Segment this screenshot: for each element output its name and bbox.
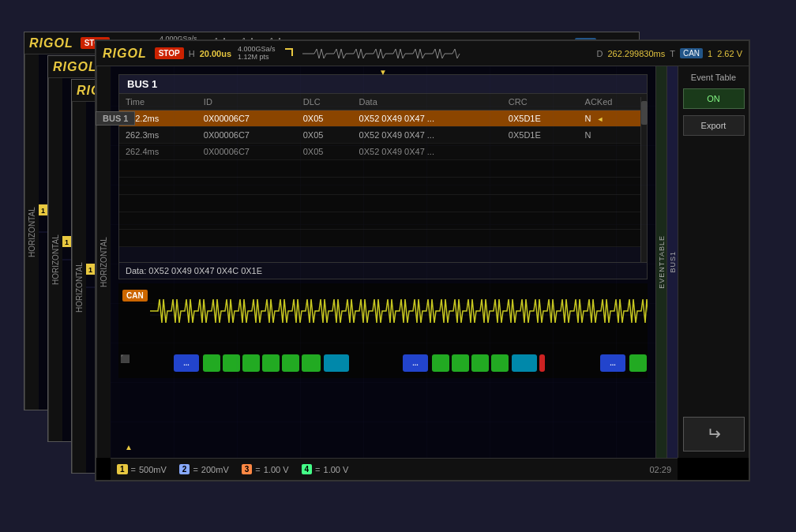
ch4-val: 1.00 V: [324, 465, 349, 474]
decode-block: [512, 354, 537, 372]
decode-block: ...: [600, 354, 625, 372]
win1-logo: RIGOL: [29, 36, 73, 51]
enter-button[interactable]: ↵: [683, 417, 745, 451]
bus1-title: BUS 1: [119, 75, 647, 94]
row1-acked: N ◄: [579, 111, 647, 127]
waveform-svg: [150, 283, 648, 347]
window-4-main: RIGOL STOP H 20.00us 4.000GSa/s 1.12M pt…: [95, 39, 750, 481]
decode-block: [539, 354, 545, 372]
ch2-val: 200mV: [201, 465, 229, 474]
decode-block: [491, 354, 509, 372]
right-side: EVENTTABLE BUS1 Event Table ON Export ↵: [655, 66, 749, 458]
row2-acked: N: [579, 127, 647, 144]
trigger-waveform: [302, 45, 460, 62]
row3-id: 0X00006C7: [197, 144, 297, 160]
win4-logo: RIGOL: [103, 47, 147, 61]
win4-t-label: T: [670, 49, 675, 58]
decode-block: [432, 354, 449, 372]
enter-icon: ↵: [707, 424, 721, 444]
table-row-empty: [119, 178, 647, 195]
row3-data: 0X52 0X49 0X47 ...: [353, 144, 502, 160]
bus1-panel: BUS 1 Time ID DLC Data CRC ACKed: [118, 74, 648, 279]
col-crc: CRC: [502, 94, 579, 111]
row1-data: 0X52 0X49 0X47 ...: [353, 111, 502, 127]
col-dlc: DLC: [297, 94, 353, 111]
col-data: Data: [353, 94, 502, 111]
win4-d-value: 262.299830ms: [607, 49, 665, 58]
decode-block: [242, 354, 260, 372]
ch4-indicator: 4 = 1.00 V: [302, 464, 349, 474]
table-row-empty: [119, 195, 647, 212]
ch4-num: 4: [302, 464, 313, 474]
export-button[interactable]: Export: [683, 115, 745, 136]
win4-h-value: 20.00us: [200, 49, 231, 58]
row1-crc: 0X5D1E: [502, 111, 579, 127]
ch2-sym: =: [193, 465, 197, 474]
decode-block: ...: [174, 354, 199, 372]
svg-text:1: 1: [88, 266, 92, 274]
win4-main-area: HORIZONTAL ▼ BUS 1 Time ID DLC Data CRC: [96, 66, 749, 458]
row1-dlc: 0X05: [297, 111, 353, 127]
right-buttons-panel: Event Table ON Export ↵: [678, 66, 749, 458]
win4-h-label: H: [189, 49, 195, 58]
row3-acked: [579, 144, 647, 160]
win3-vertical: HORIZONTAL: [72, 102, 86, 473]
decode-block: [452, 354, 469, 372]
decode-block: [629, 354, 647, 372]
channel-marker-b0: ⬛: [120, 354, 130, 363]
col-id: ID: [197, 94, 297, 111]
svg-text:1: 1: [65, 238, 69, 246]
row2-dlc: 0X05: [297, 127, 353, 144]
decode-block: [471, 354, 489, 372]
row2-data: 0X52 0X49 0X47 ...: [353, 127, 502, 144]
can-label: CAN: [122, 290, 148, 302]
event-table-label: Event Table: [691, 73, 736, 82]
bus1-vertical-tab: BUS1: [666, 66, 678, 458]
ch1-sym: =: [131, 465, 136, 474]
win4-scope-content: ▼ BUS 1 Time ID DLC Data CRC ACKed: [111, 66, 655, 458]
decode-blocks-row: ... ...: [150, 350, 648, 370]
win2-vertical: HORIZONTAL: [48, 78, 62, 441]
on-button[interactable]: ON: [683, 88, 745, 109]
row3-crc: [502, 144, 579, 160]
win4-v-value: 2.62 V: [717, 49, 742, 58]
win4-pts: 1.12M pts: [238, 54, 276, 62]
trigger-icon: [285, 48, 296, 59]
col-time: Time: [119, 94, 197, 111]
bus1-vertical-label: BUS1: [669, 251, 677, 273]
time-marker-top: ▼: [379, 68, 387, 77]
ch3-val: 1.00 V: [264, 465, 289, 474]
decode-block: [223, 354, 240, 372]
decode-block: [302, 354, 321, 372]
ch4-sym: =: [315, 465, 320, 474]
table-row-empty: [119, 160, 647, 178]
ch2-indicator: 2 = 200mV: [179, 464, 229, 474]
row3-dlc: 0X05: [297, 144, 353, 160]
ch2-num: 2: [179, 464, 190, 474]
event-table: Time ID DLC Data CRC ACKed 262.2ms 0X000…: [119, 94, 647, 247]
svg-text:1: 1: [41, 207, 45, 215]
scrollbar-thumb[interactable]: [641, 101, 648, 125]
decode-block: ...: [403, 354, 428, 372]
table-row[interactable]: 262.4ms 0X00006C7 0X05 0X52 0X49 0X47 ..…: [119, 144, 647, 160]
row2-time: 262.3ms: [119, 127, 197, 144]
decode-area: ⬛ ... ...: [118, 347, 648, 378]
ch1-indicator: 1 = 500mV: [117, 464, 167, 474]
ch1-num: 1: [117, 464, 128, 474]
win1-vertical: HORIZONTAL: [24, 54, 39, 410]
table-header-row: Time ID DLC Data CRC ACKed: [119, 94, 647, 111]
row2-id: 0X00006C7: [197, 127, 297, 144]
decode-block: [203, 354, 220, 372]
table-row[interactable]: 262.2ms 0X00006C7 0X05 0X52 0X49 0X47 ..…: [119, 111, 647, 127]
ch3-sym: =: [255, 465, 260, 474]
row3-time: 262.4ms: [119, 144, 197, 160]
bottom-marker-up: ▲: [125, 443, 133, 451]
table-row[interactable]: 262.3ms 0X00006C7 0X05 0X52 0X49 0X47 ..…: [119, 127, 647, 144]
ch3-num: 3: [242, 464, 253, 474]
win4-d-label: D: [596, 49, 603, 58]
event-table-vertical: EVENTTABLE: [655, 66, 666, 458]
table-row-empty: [119, 230, 647, 247]
win4-stop: STOP: [155, 47, 184, 59]
table-scrollbar[interactable]: [640, 97, 647, 263]
win2-logo: RIGOL: [53, 60, 97, 74]
